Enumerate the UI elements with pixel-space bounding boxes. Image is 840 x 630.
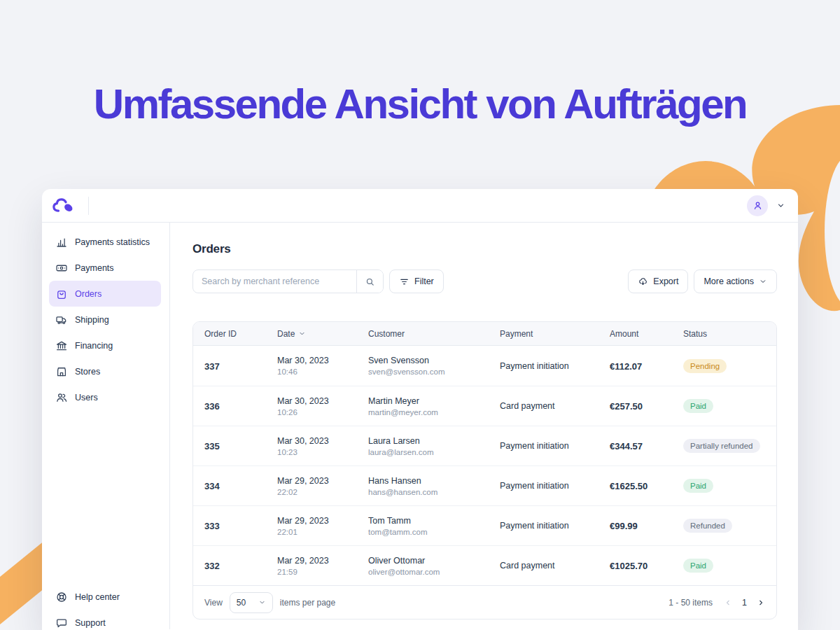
column-label: Order ID <box>204 329 237 339</box>
sidebar-item-label: Payments statistics <box>75 237 150 247</box>
column-header-payment: Payment <box>500 329 610 339</box>
table-row[interactable]: 333Mar 29, 202322:01Tom Tammtom@tamm.com… <box>193 505 776 545</box>
sidebar-item-help-center[interactable]: Help center <box>49 584 161 610</box>
cell-date: Mar 29, 202322:02 <box>277 476 368 496</box>
filter-label: Filter <box>414 276 434 286</box>
sidebar-item-users[interactable]: Users <box>49 384 161 410</box>
sidebar-item-label: Payments <box>75 263 114 273</box>
sidebar-item-support[interactable]: Support <box>49 610 161 630</box>
truck-icon <box>55 314 68 326</box>
column-header-order-id: Order ID <box>204 329 277 339</box>
cell-amount: €257.50 <box>610 400 683 412</box>
cell-date: Mar 29, 202321:59 <box>277 556 368 576</box>
status-badge: Paid <box>683 559 713 573</box>
table-row[interactable]: 335Mar 30, 202310:23Laura Larsenlaura@la… <box>193 426 776 465</box>
table-row[interactable]: 337Mar 30, 202310:46Sven Svenssonsven@sv… <box>193 346 776 386</box>
sidebar-item-payments-statistics[interactable]: Payments statistics <box>49 229 161 255</box>
column-header-status: Status <box>683 329 765 339</box>
table-row[interactable]: 332Mar 29, 202321:59Oliver Ottomaroliver… <box>193 545 776 585</box>
page-size-select[interactable]: 50 <box>230 592 273 613</box>
bank-icon <box>55 340 68 352</box>
search-button[interactable] <box>356 270 383 293</box>
user-avatar[interactable] <box>747 195 768 216</box>
status-badge: Partially refunded <box>683 439 760 453</box>
orders-table: Order IDDateCustomerPaymentAmountStatus … <box>192 321 777 620</box>
column-header-amount: Amount <box>610 329 683 339</box>
shopping-bag-icon <box>55 288 68 300</box>
sidebar-item-payments[interactable]: Payments <box>49 255 161 281</box>
cell-order-id: 332 <box>204 559 277 572</box>
table-row[interactable]: 334Mar 29, 202322:02Hans Hansenhans@hans… <box>193 465 776 505</box>
cell-order-id: 333 <box>204 519 277 532</box>
cell-customer: Tom Tammtom@tamm.com <box>368 516 500 536</box>
cell-status: Partially refunded <box>683 439 765 453</box>
sidebar: Payments statisticsPaymentsOrdersShippin… <box>42 223 170 629</box>
banknote-icon <box>55 262 68 274</box>
sidebar-item-orders[interactable]: Orders <box>49 281 161 307</box>
status-badge: Paid <box>683 479 713 493</box>
status-badge: Pending <box>683 359 727 373</box>
view-label: View <box>204 598 223 608</box>
topbar-divider <box>88 197 89 215</box>
sidebar-item-stores[interactable]: Stores <box>49 358 161 384</box>
cell-payment: Payment initiation <box>500 361 610 371</box>
column-header-date[interactable]: Date <box>277 329 368 339</box>
cell-customer: Oliver Ottomaroliver@ottomar.com <box>368 556 500 576</box>
sidebar-item-shipping[interactable]: Shipping <box>49 307 161 332</box>
prev-page-button[interactable] <box>724 598 732 607</box>
chevron-left-icon <box>724 598 732 607</box>
items-per-page-label: items per page <box>280 598 335 608</box>
status-badge: Refunded <box>683 519 732 533</box>
cell-date: Mar 30, 202310:23 <box>277 436 368 456</box>
column-label: Customer <box>368 329 405 339</box>
column-label: Payment <box>500 329 533 339</box>
export-icon <box>638 276 648 287</box>
export-label: Export <box>653 276 678 286</box>
sidebar-item-label: Users <box>75 393 98 402</box>
toolbar: Filter Export More actions <box>192 270 777 293</box>
chevron-right-icon <box>757 598 765 607</box>
app-window: Payments statisticsPaymentsOrdersShippin… <box>42 189 798 630</box>
cell-status: Paid <box>683 559 765 573</box>
more-actions-button[interactable]: More actions <box>694 270 777 293</box>
cell-date: Mar 30, 202310:46 <box>277 356 368 376</box>
cell-payment: Card payment <box>500 401 610 411</box>
sidebar-item-label: Support <box>75 618 106 628</box>
current-page[interactable]: 1 <box>742 598 747 608</box>
cell-amount: €99.99 <box>610 519 683 532</box>
sidebar-item-label: Financing <box>75 341 113 351</box>
chevron-down-icon <box>258 598 266 606</box>
export-button[interactable]: Export <box>628 270 688 293</box>
chevron-down-icon[interactable] <box>776 201 785 210</box>
person-icon <box>752 200 764 211</box>
cell-date: Mar 30, 202310:26 <box>277 396 368 416</box>
store-icon <box>55 365 68 378</box>
cell-status: Paid <box>683 399 765 413</box>
search-input[interactable] <box>193 270 356 293</box>
cell-customer: Hans Hansenhans@hansen.com <box>368 476 500 496</box>
cloud-logo[interactable] <box>52 196 78 215</box>
filter-icon <box>399 276 410 287</box>
cell-status: Refunded <box>683 519 765 533</box>
table-footer: View 50 items per page 1 - 50 items 1 <box>193 585 776 619</box>
cell-order-id: 336 <box>204 400 277 412</box>
cell-customer: Martin Meyermartin@meyer.com <box>368 396 500 416</box>
cell-order-id: 337 <box>204 360 277 372</box>
cell-status: Paid <box>683 479 765 493</box>
orders-heading: Orders <box>192 242 777 256</box>
chevron-down-icon <box>759 277 767 286</box>
next-page-button[interactable] <box>757 598 765 607</box>
search-icon <box>365 276 375 287</box>
main-content: Orders Filter <box>170 223 798 629</box>
sidebar-item-financing[interactable]: Financing <box>49 332 161 358</box>
filter-button[interactable]: Filter <box>389 270 444 293</box>
cell-amount: €1625.50 <box>610 479 683 492</box>
cell-payment: Card payment <box>500 561 610 570</box>
table-row[interactable]: 336Mar 30, 202310:26Martin Meyermartin@m… <box>193 386 776 426</box>
cell-status: Pending <box>683 359 765 373</box>
page-title: Umfassende Ansicht von Aufträgen <box>0 80 840 128</box>
cell-customer: Laura Larsenlaura@larsen.com <box>368 436 500 456</box>
users-icon <box>55 391 68 404</box>
sidebar-item-label: Stores <box>75 367 100 377</box>
cell-customer: Sven Svenssonsven@svensson.com <box>368 356 500 376</box>
